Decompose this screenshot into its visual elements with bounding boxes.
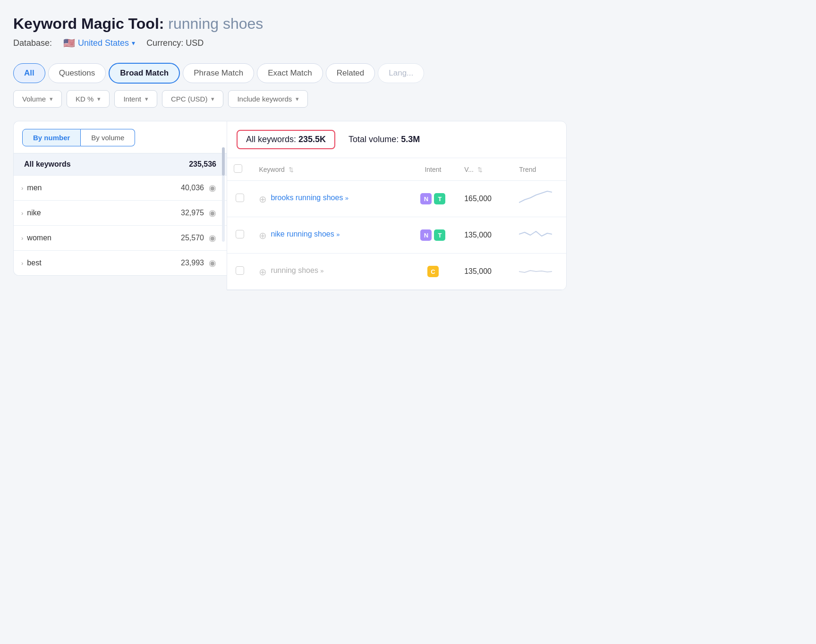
scrollbar-track[interactable] [222,147,225,242]
add-keyword-icon[interactable]: ⊕ [259,266,267,278]
arrow-right-icon: » [336,231,340,238]
chevron-right-icon[interactable]: › [21,210,23,217]
filter-volume[interactable]: Volume ▾ [13,90,62,108]
intent-cell: N T [408,217,458,254]
toggle-by-number[interactable]: By number [22,129,81,146]
filter-cpc[interactable]: CPC (USD) ▾ [162,90,224,108]
keyword-label: men [27,184,42,192]
table-row: ⊕ brooks running shoes » N [227,181,566,217]
database-row: Database: 🇺🇸 United States ▾ Currency: U… [13,37,567,49]
row-checkbox-cell [227,217,252,254]
arrow-right-icon: » [345,195,348,202]
row-checkbox-cell [227,181,252,217]
keyword-table: Keyword ⇅ Intent V... ⇅ Trend [227,158,566,290]
main-content: By number By volume All keywords 235,536… [13,121,567,290]
trend-cell [512,217,566,254]
filter-include-keywords[interactable]: Include keywords ▾ [228,90,308,108]
arrow-right-icon: » [320,267,323,274]
list-item[interactable]: › nike 32,975 ◉ [14,200,227,225]
chevron-right-icon[interactable]: › [21,185,23,192]
scrollbar-thumb [222,147,225,176]
eye-icon[interactable]: ◉ [209,183,216,193]
volume-cell: 135,000 [458,217,512,254]
table-row: ⊕ nike running shoes » N [227,217,566,254]
intent-cell: C [408,254,458,290]
badge-transactional: T [434,193,445,204]
sort-icon[interactable]: ⇅ [289,166,294,173]
view-toggle: By number By volume [14,121,227,146]
trend-sparkline [519,262,552,279]
trend-sparkline [519,226,552,243]
eye-icon[interactable]: ◉ [209,258,216,268]
volume-cell: 135,000 [458,254,512,290]
chevron-down-icon: ▾ [296,95,299,102]
country-name: United States [78,38,129,48]
tab-broad-match[interactable]: Broad Match [109,63,180,84]
keyword-count: 32,975 [181,209,204,217]
row-checkbox[interactable] [236,194,244,202]
keyword-cell: ⊕ running shoes » [252,254,408,290]
chevron-down-icon: ▾ [132,39,135,47]
kw-all-row[interactable]: All keywords 235,536 [14,153,227,175]
chevron-down-icon: ▾ [97,95,101,102]
us-flag-icon: 🇺🇸 [63,37,75,49]
trend-cell [512,254,566,290]
keyword-link[interactable]: nike running shoes [271,230,336,238]
volume-cell: 165,000 [458,181,512,217]
row-checkbox-cell [227,254,252,290]
keyword-label: women [27,234,51,242]
chevron-down-icon: ▾ [50,95,53,102]
left-panel: By number By volume All keywords 235,536… [13,121,227,276]
select-all-checkbox[interactable] [234,164,242,173]
chevron-right-icon[interactable]: › [21,260,23,267]
trend-sparkline [519,189,552,206]
trend-cell [512,181,566,217]
badge-navigational: N [420,229,432,241]
keyword-link[interactable]: running shoes [271,266,320,274]
sort-icon[interactable]: ⇅ [477,166,483,173]
tab-all[interactable]: All [13,63,45,83]
tab-questions[interactable]: Questions [48,63,106,83]
col-header-trend: Trend [512,158,566,181]
all-keywords-label: All keywords [24,160,71,169]
eye-icon[interactable]: ◉ [209,208,216,218]
tab-related[interactable]: Related [326,63,375,83]
filter-kd[interactable]: KD % ▾ [67,90,110,108]
keyword-cell: ⊕ nike running shoes » [252,217,408,254]
row-checkbox[interactable] [236,266,244,275]
eye-icon[interactable]: ◉ [209,233,216,243]
page-title: Keyword Magic Tool: running shoes [13,15,567,33]
add-keyword-icon[interactable]: ⊕ [259,230,267,241]
badge-transactional: T [434,229,445,241]
col-header-volume: V... ⇅ [458,158,512,181]
chevron-down-icon: ▾ [145,95,148,102]
summary-bar: All keywords: 235.5K Total volume: 5.3M [227,121,566,158]
tab-phrase-match[interactable]: Phrase Match [183,63,254,83]
row-checkbox[interactable] [236,230,244,238]
database-selector[interactable]: 🇺🇸 United States ▾ [63,37,135,49]
list-item[interactable]: › best 23,993 ◉ [14,250,227,275]
tab-exact-match[interactable]: Exact Match [257,63,323,83]
keyword-count: 23,993 [181,259,204,267]
list-item[interactable]: › men 40,036 ◉ [14,175,227,200]
total-volume-summary: Total volume: 5.3M [348,135,420,144]
keyword-label: best [27,259,41,267]
filter-intent[interactable]: Intent ▾ [114,90,157,108]
col-header-keyword: Keyword ⇅ [252,158,408,181]
all-keywords-summary: All keywords: 235.5K [237,130,335,149]
tab-lang[interactable]: Lang... [378,63,424,83]
all-keywords-count: 235,536 [189,160,216,169]
list-item[interactable]: › women 25,570 ◉ [14,225,227,250]
intent-cell: N T [408,181,458,217]
chevron-down-icon: ▾ [211,95,214,102]
tab-bar: All Questions Broad Match Phrase Match E… [13,63,567,84]
chevron-right-icon[interactable]: › [21,235,23,242]
keyword-count: 40,036 [181,184,204,192]
keyword-link[interactable]: brooks running shoes [271,194,345,202]
add-keyword-icon[interactable]: ⊕ [259,194,267,205]
keyword-count: 25,570 [181,234,204,242]
keyword-list: All keywords 235,536 › men 40,036 ◉ › [14,153,227,275]
keyword-label: nike [27,209,41,217]
badge-navigational: N [420,193,432,204]
toggle-by-volume[interactable]: By volume [81,129,135,146]
